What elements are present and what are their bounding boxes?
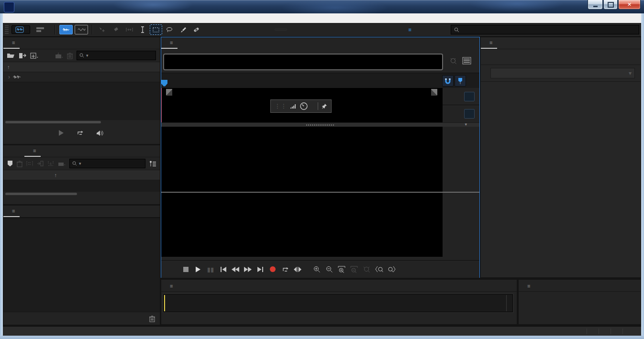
multitrack-view-button[interactable] [32,25,51,34]
fade-out-handle[interactable] [431,89,437,95]
tab-effects-rack[interactable] [14,153,24,157]
waveform-view-button[interactable] [11,25,30,34]
panel-menu-icon[interactable]: ≡ [170,40,173,45]
zoom-out-selection-button[interactable] [348,264,360,274]
wave-channel-strip [442,88,479,122]
hud-grip-icon[interactable]: ⋮⋮ [275,103,287,109]
panel-menu-icon[interactable]: ≡ [33,148,36,153]
spectral-display-toggle[interactable] [75,25,88,34]
files-search-input[interactable]: ▾ [77,51,156,60]
markers-hscrollbar[interactable] [3,192,160,196]
selection-row [522,304,639,313]
loop-playback-button[interactable] [279,264,291,274]
timeline-ruler[interactable] [161,73,479,88]
panel-menu-icon[interactable]: ≡ [527,283,530,289]
add-marker-icon[interactable] [7,160,13,167]
tab-properties[interactable] [41,153,51,157]
tab-history[interactable]: ≡ [3,206,20,217]
skip-to-start-button[interactable] [217,264,229,274]
free-disk-space [622,328,634,334]
panel-menu-icon[interactable]: ≡ [170,283,173,289]
paintbrush-tool[interactable] [177,24,189,35]
volume-hud[interactable]: ⋮⋮ [270,99,332,113]
tab-files[interactable]: ≡ [3,38,20,49]
new-file-icon[interactable] [30,53,39,59]
spot-healing-brush-tool[interactable] [190,24,202,35]
rewind-button[interactable] [229,264,242,274]
zoom-out-amplitude-button[interactable] [323,264,335,274]
tab-levels[interactable]: ≡ [161,281,178,291]
add-marker-button[interactable] [455,75,466,87]
col-name[interactable]: ↑ [7,64,103,70]
tab-mixer[interactable] [178,44,188,49]
chevron-down-icon: ▾ [86,53,89,58]
preview-play-button[interactable] [58,130,64,136]
files-hscrollbar[interactable] [3,120,160,124]
pin-hud-icon[interactable] [322,103,327,109]
preset-dropdown[interactable]: ▾ [490,68,635,78]
tab-essential-sound[interactable]: ≡ [481,38,497,49]
panel-menu-icon[interactable]: ≡ [12,208,15,214]
zoom-in-selection-button[interactable] [335,264,348,274]
marquee-selection-tool[interactable] [150,24,162,35]
playhead-handle[interactable] [161,80,167,87]
marker-list-icon[interactable] [149,161,156,167]
panel-menu-icon[interactable]: ≡ [489,40,492,45]
record-button[interactable] [266,264,279,274]
razor-tool[interactable] [110,24,122,35]
pause-button[interactable]: ▮▮ [204,264,217,274]
expand-chevron-icon[interactable]: › [8,74,10,80]
file-row[interactable]: › [3,72,160,82]
session-list-icon[interactable] [463,57,471,64]
waveform-display-toggle[interactable] [59,25,73,34]
export-icon-disabled [55,53,63,59]
zoom-in-amplitude-button[interactable] [311,264,323,274]
fade-in-handle[interactable] [166,89,172,95]
import-file-icon[interactable] [19,53,26,59]
zoom-to-selection-end-button[interactable] [385,264,398,274]
minimize-button[interactable] [588,0,603,10]
time-selection-tool[interactable] [136,24,149,35]
loop-playback-button[interactable] [77,130,84,136]
help-search-input[interactable] [451,25,639,34]
waveform-display[interactable]: ⋮⋮ [161,88,479,122]
spectrogram-left-channel[interactable] [161,127,479,192]
maximize-button[interactable] [603,0,618,10]
tabs-overflow-chevron[interactable] [149,153,160,157]
play-button[interactable] [192,264,204,274]
tab-editor[interactable]: ≡ [161,38,178,49]
tab-favorites[interactable] [20,44,30,49]
tab-media-browser[interactable] [3,153,14,157]
gain-knob-icon[interactable] [300,102,308,110]
mcol-start[interactable]: ↑ [55,172,91,178]
snap-toggle-button[interactable] [442,75,454,87]
open-file-icon[interactable] [7,53,15,58]
overview-waveform[interactable] [163,54,443,70]
toolbar-grip[interactable] [5,25,9,34]
trash-icon[interactable] [149,316,155,322]
panel-menu-icon[interactable]: ≡ [12,40,15,45]
zoom-reset-button[interactable] [360,264,373,274]
tab-selection-view[interactable]: ≡ [519,281,535,291]
title-bar[interactable]: ✕ [0,0,644,14]
skip-to-end-button[interactable] [254,264,266,274]
skip-selection-button[interactable] [291,264,304,274]
channel-L-button[interactable] [464,92,475,101]
stop-button[interactable] [179,264,192,274]
move-tool[interactable] [96,24,109,35]
lasso-selection-tool[interactable] [163,24,176,35]
markers-panel: ≡ ▾ ↑ [3,145,160,204]
tab-markers[interactable]: ≡ [24,146,41,157]
spectrogram-right-channel[interactable] [161,193,479,257]
channel-R-button[interactable] [464,109,475,119]
close-button[interactable]: ✕ [618,0,641,10]
markers-search-input[interactable]: ▾ [69,159,145,168]
slip-tool[interactable] [123,24,135,35]
collapse-chevron-icon[interactable]: ▾ [465,122,467,127]
reverse-button[interactable] [275,29,287,31]
tab-video[interactable] [20,213,30,217]
fast-forward-button[interactable] [242,264,254,274]
zoom-to-selection-start-button[interactable] [373,264,385,274]
auto-play-speaker-button[interactable] [96,130,105,136]
workspace-default-button[interactable]: ≡ [406,27,411,33]
